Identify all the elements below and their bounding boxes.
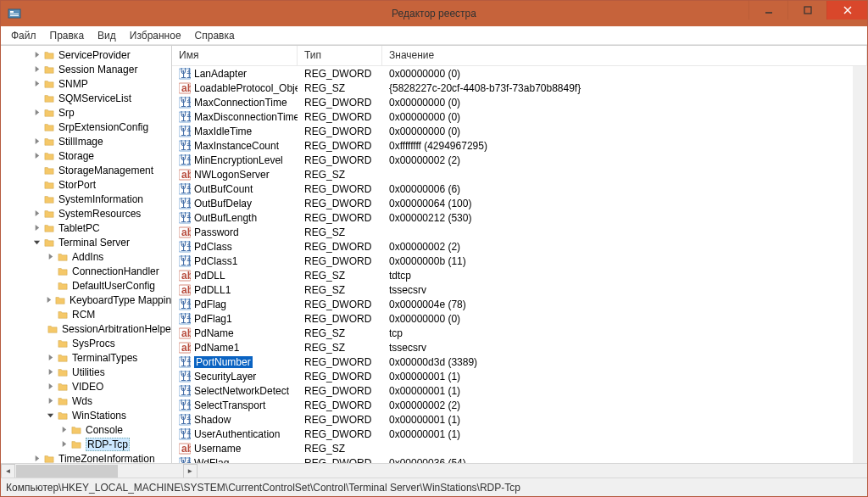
expander-open-icon[interactable] xyxy=(31,237,42,248)
value-row[interactable]: SecurityLayerREG_DWORD0x00000001 (1) xyxy=(172,369,853,383)
value-row[interactable]: PasswordREG_SZ xyxy=(172,225,853,239)
tree-node[interactable]: ConnectionHandler xyxy=(1,264,171,278)
expander-none xyxy=(31,93,42,103)
list-vertical-scrollbar[interactable] xyxy=(853,66,867,463)
expander-open-icon[interactable] xyxy=(45,410,55,421)
value-row[interactable]: PdName1REG_SZtssecsrv xyxy=(172,340,853,355)
tree-horizontal-scrollbar[interactable]: ◄ ► xyxy=(1,463,867,477)
tree-node[interactable]: SystemInformation xyxy=(1,192,171,206)
value-row[interactable]: UserAuthenticationREG_DWORD0x00000001 (1… xyxy=(172,427,853,441)
minimize-button[interactable] xyxy=(748,1,787,20)
tree-node[interactable]: Terminal Server xyxy=(1,235,171,249)
col-value[interactable]: Значение xyxy=(382,46,867,65)
value-row[interactable]: OutBufDelayREG_DWORD0x00000064 (100) xyxy=(172,196,853,210)
tree-node[interactable]: StorPort xyxy=(1,177,171,192)
value-row[interactable]: SelectNetworkDetectREG_DWORD0x00000001 (… xyxy=(172,383,853,398)
value-row[interactable]: PdNameREG_SZtcp xyxy=(172,326,853,340)
tree-node[interactable]: SQMServiceList xyxy=(1,91,171,105)
value-row[interactable]: NWLogonServerREG_SZ xyxy=(172,167,853,181)
menu-справка[interactable]: Справка xyxy=(188,28,242,43)
value-type: REG_DWORD xyxy=(298,385,382,397)
value-row[interactable]: SelectTransportREG_DWORD0x00000002 (2) xyxy=(172,398,853,412)
tree-node[interactable]: SNMP xyxy=(1,76,171,91)
scroll-track[interactable] xyxy=(15,464,183,477)
tree-node[interactable]: StillImage xyxy=(1,134,171,148)
tree-node[interactable]: WinStations xyxy=(1,408,171,422)
tree-node[interactable]: TimeZoneInformation xyxy=(1,451,171,463)
value-row[interactable]: MinEncryptionLevelREG_DWORD0x00000002 (2… xyxy=(172,153,853,167)
scroll-right-button[interactable]: ► xyxy=(183,464,198,478)
expander-closed-icon[interactable] xyxy=(31,209,42,219)
expander-closed-icon[interactable] xyxy=(31,223,42,233)
tree-node[interactable]: Srp xyxy=(1,105,171,120)
tree-node[interactable]: DefaultUserConfig xyxy=(1,278,171,293)
value-row[interactable]: UsernameREG_SZ xyxy=(172,441,853,455)
expander-closed-icon[interactable] xyxy=(31,454,42,464)
value-row[interactable]: MaxInstanceCountREG_DWORD0xffffffff (429… xyxy=(172,138,853,153)
tree-node[interactable]: RDP-Tcp xyxy=(1,437,171,451)
expander-closed-icon[interactable] xyxy=(58,439,69,450)
scroll-left-button[interactable]: ◄ xyxy=(1,464,15,478)
scroll-thumb[interactable] xyxy=(16,465,118,477)
value-row[interactable]: PdClass1REG_DWORD0x0000000b (11) xyxy=(172,254,853,268)
tree-node[interactable]: Session Manager xyxy=(1,62,171,76)
tree-node[interactable]: ServiceProvider xyxy=(1,47,171,62)
value-row[interactable]: PdClassREG_DWORD0x00000002 (2) xyxy=(172,239,853,254)
tree-pane[interactable]: ServiceProviderSession ManagerSNMPSQMSer… xyxy=(1,46,172,463)
value-row[interactable]: WdFlagREG_DWORD0x00000036 (54) xyxy=(172,455,853,463)
value-row[interactable]: LoadableProtocol_ObjectREG_SZ{5828227c-2… xyxy=(172,81,853,95)
tree-node[interactable]: RCM xyxy=(1,307,171,321)
expander-closed-icon[interactable] xyxy=(45,252,55,262)
expander-closed-icon[interactable] xyxy=(45,295,53,305)
tree-node[interactable]: Storage xyxy=(1,148,171,163)
expander-closed-icon[interactable] xyxy=(45,353,55,363)
tree-node[interactable]: SrpExtensionConfig xyxy=(1,120,171,134)
tree-node[interactable]: VIDEO xyxy=(1,379,171,394)
expander-closed-icon[interactable] xyxy=(31,79,42,89)
list-body[interactable]: LanAdapterREG_DWORD0x00000000 (0)Loadabl… xyxy=(172,66,853,463)
tree-node[interactable]: SessionArbitrationHelper xyxy=(1,321,171,336)
tree-node[interactable]: TabletPC xyxy=(1,221,171,235)
value-row[interactable]: PdDLLREG_SZtdtcp xyxy=(172,268,853,282)
tree-node[interactable]: Console xyxy=(1,422,171,437)
menu-вид[interactable]: Вид xyxy=(91,28,123,43)
titlebar[interactable]: Редактор реестра xyxy=(1,1,867,26)
expander-closed-icon[interactable] xyxy=(58,425,69,435)
tree-node[interactable]: StorageManagement xyxy=(1,163,171,177)
menu-избранное[interactable]: Избранное xyxy=(123,28,188,43)
tree-node[interactable]: SysProcs xyxy=(1,336,171,350)
value-row[interactable]: MaxDisconnectionTimeREG_DWORD0x00000000 … xyxy=(172,109,853,124)
value-row[interactable]: ShadowREG_DWORD0x00000001 (1) xyxy=(172,412,853,427)
col-name[interactable]: Имя xyxy=(172,46,298,65)
menu-файл[interactable]: Файл xyxy=(4,28,43,43)
value-row[interactable]: PdDLL1REG_SZtssecsrv xyxy=(172,282,853,297)
close-button[interactable] xyxy=(826,1,867,20)
expander-closed-icon[interactable] xyxy=(31,50,42,60)
expander-closed-icon[interactable] xyxy=(31,151,42,161)
tree-node[interactable]: TerminalTypes xyxy=(1,350,171,365)
value-row[interactable]: LanAdapterREG_DWORD0x00000000 (0) xyxy=(172,66,853,81)
tree-node[interactable]: KeyboardType Mapping xyxy=(1,293,171,307)
col-type[interactable]: Тип xyxy=(298,46,382,65)
value-row[interactable]: MaxConnectionTimeREG_DWORD0x00000000 (0) xyxy=(172,95,853,109)
value-row[interactable]: PdFlagREG_DWORD0x0000004e (78) xyxy=(172,297,853,311)
tree-node[interactable]: Utilities xyxy=(1,365,171,379)
tree-node[interactable]: AddIns xyxy=(1,249,171,264)
value-name-cell: PdDLL1 xyxy=(172,284,298,296)
value-row[interactable]: OutBufLengthREG_DWORD0x00000212 (530) xyxy=(172,210,853,225)
menu-правка[interactable]: Правка xyxy=(43,28,92,43)
list-header[interactable]: Имя Тип Значение xyxy=(172,46,867,66)
expander-closed-icon[interactable] xyxy=(31,108,42,118)
tree-node[interactable]: SystemResources xyxy=(1,206,171,221)
expander-closed-icon[interactable] xyxy=(31,64,42,75)
expander-closed-icon[interactable] xyxy=(45,382,55,392)
value-row[interactable]: PdFlag1REG_DWORD0x00000000 (0) xyxy=(172,311,853,326)
expander-closed-icon[interactable] xyxy=(31,137,42,147)
value-row[interactable]: MaxIdleTimeREG_DWORD0x00000000 (0) xyxy=(172,124,853,138)
maximize-button[interactable] xyxy=(787,1,826,20)
value-row[interactable]: OutBufCountREG_DWORD0x00000006 (6) xyxy=(172,181,853,196)
value-row[interactable]: PortNumberREG_DWORD0x00000d3d (3389) xyxy=(172,355,853,369)
tree-node[interactable]: Wds xyxy=(1,394,171,408)
expander-closed-icon[interactable] xyxy=(45,367,55,377)
expander-closed-icon[interactable] xyxy=(45,396,55,406)
